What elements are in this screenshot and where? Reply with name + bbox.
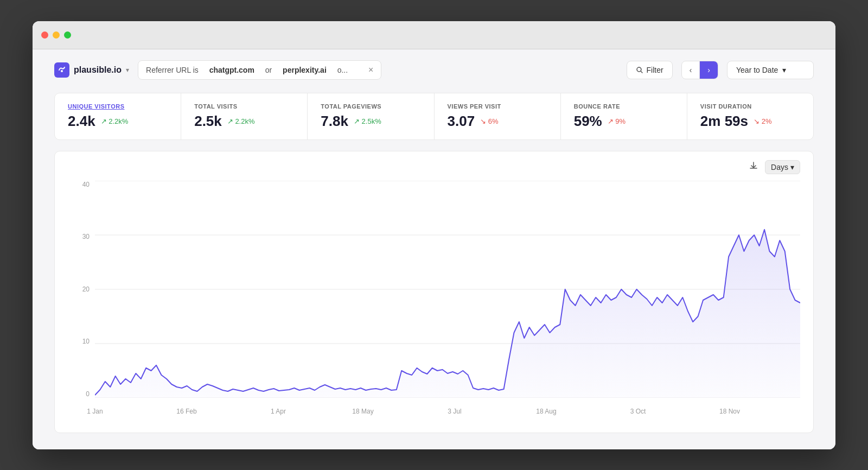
stat-value-total-visits: 2.5k bbox=[194, 113, 222, 130]
stat-unique-visitors[interactable]: UNIQUE VISITORS 2.4k ↗ 2.2k% bbox=[55, 93, 181, 139]
filter-prefix: Referrer URL is bbox=[146, 66, 199, 74]
chart-wrapper: 40 30 20 10 0 bbox=[68, 181, 800, 420]
svg-point-0 bbox=[61, 70, 63, 72]
download-icon bbox=[749, 161, 758, 170]
stat-views-per-visit[interactable]: VIEWS PER VISIT 3.07 ↘ 6% bbox=[435, 93, 561, 139]
stat-label-total-pageviews: TOTAL PAGEVIEWS bbox=[321, 103, 420, 110]
x-label-jul: 3 Jul bbox=[448, 408, 461, 415]
stat-visit-duration[interactable]: VISIT DURATION 2m 59s ↘ 2% bbox=[687, 93, 813, 139]
filter-suffix: o... bbox=[337, 66, 348, 74]
date-range-selector[interactable]: Year to Date ▾ bbox=[727, 61, 814, 79]
x-label-aug: 18 Aug bbox=[536, 408, 556, 415]
logo-area[interactable]: plausible.io ▾ bbox=[54, 62, 129, 78]
stat-label-visit-duration: VISIT DURATION bbox=[700, 103, 800, 110]
stat-change-visit-duration: ↘ 2% bbox=[754, 117, 771, 125]
y-label-30: 30 bbox=[68, 233, 90, 240]
topbar: plausible.io ▾ Referrer URL is chatgpt.c… bbox=[54, 60, 814, 80]
y-label-10: 10 bbox=[68, 338, 90, 345]
stat-label-views-per-visit: VIEWS PER VISIT bbox=[448, 103, 547, 110]
stat-value-row-bounce-rate: 59% ↗ 9% bbox=[574, 113, 674, 130]
logo-icon bbox=[54, 62, 69, 78]
main-window: plausible.io ▾ Referrer URL is chatgpt.c… bbox=[33, 21, 835, 449]
download-button[interactable] bbox=[749, 161, 758, 173]
titlebar bbox=[33, 21, 835, 49]
nav-prev-button[interactable]: ‹ bbox=[682, 61, 700, 79]
stat-label-bounce-rate: BOUNCE RATE bbox=[574, 103, 674, 110]
days-selector[interactable]: Days ▾ bbox=[765, 160, 800, 174]
chart-controls: Days ▾ bbox=[68, 160, 800, 174]
stat-value-row-visit-duration: 2m 59s ↘ 2% bbox=[700, 113, 800, 130]
x-label-apr: 1 Apr bbox=[271, 408, 286, 415]
stat-label-total-visits: TOTAL VISITS bbox=[194, 103, 294, 110]
x-axis: 1 Jan 16 Feb 1 Apr 18 May 3 Jul 18 Aug 3… bbox=[95, 403, 800, 420]
close-traffic-light[interactable] bbox=[41, 31, 48, 39]
chart-svg-container bbox=[95, 181, 800, 398]
svg-point-1 bbox=[637, 67, 641, 72]
stat-change-total-visits: ↗ 2.2k% bbox=[227, 117, 255, 125]
stat-change-total-pageviews: ↗ 2.5k% bbox=[354, 117, 381, 125]
filter-button-label: Filter bbox=[647, 66, 663, 74]
stat-change-unique-visitors: ↗ 2.2k% bbox=[101, 117, 129, 125]
page-content: plausible.io ▾ Referrer URL is chatgpt.c… bbox=[33, 49, 835, 449]
x-label-may: 18 May bbox=[352, 408, 373, 415]
stat-value-row-total-pageviews: 7.8k ↗ 2.5k% bbox=[321, 113, 420, 130]
stat-value-views-per-visit: 3.07 bbox=[448, 113, 475, 130]
stat-value-unique-visitors: 2.4k bbox=[68, 113, 95, 130]
stats-row: UNIQUE VISITORS 2.4k ↗ 2.2k% TOTAL VISIT… bbox=[54, 93, 814, 140]
stat-label-unique-visitors: UNIQUE VISITORS bbox=[68, 103, 168, 110]
filter-pill: Referrer URL is chatgpt.com or perplexit… bbox=[138, 60, 381, 80]
stat-total-visits[interactable]: TOTAL VISITS 2.5k ↗ 2.2k% bbox=[181, 93, 308, 139]
logo-text: plausible.io bbox=[74, 65, 122, 75]
filter-value1: chatgpt.com bbox=[209, 66, 254, 74]
chart-area: Days ▾ 40 30 20 10 0 bbox=[54, 151, 814, 433]
stat-value-total-pageviews: 7.8k bbox=[321, 113, 348, 130]
line-chart-svg bbox=[95, 181, 800, 398]
maximize-traffic-light[interactable] bbox=[64, 31, 71, 39]
stat-bounce-rate[interactable]: BOUNCE RATE 59% ↗ 9% bbox=[561, 93, 687, 139]
days-chevron-icon: ▾ bbox=[790, 163, 794, 172]
nav-next-button[interactable]: › bbox=[700, 61, 718, 79]
x-label-oct: 3 Oct bbox=[630, 408, 646, 415]
stat-change-views-per-visit: ↘ 6% bbox=[480, 117, 498, 125]
stat-value-row-unique-visitors: 2.4k ↗ 2.2k% bbox=[68, 113, 168, 130]
filter-connector: or bbox=[265, 66, 272, 74]
days-label: Days bbox=[771, 163, 788, 172]
stat-change-bounce-rate: ↗ 9% bbox=[608, 117, 626, 125]
stat-value-bounce-rate: 59% bbox=[574, 113, 602, 130]
nav-buttons: ‹ › bbox=[681, 61, 718, 79]
search-icon bbox=[636, 66, 643, 74]
y-label-0: 0 bbox=[68, 390, 90, 398]
y-axis: 40 30 20 10 0 bbox=[68, 181, 90, 398]
filter-close-button[interactable]: × bbox=[368, 65, 373, 75]
stat-value-row-views-per-visit: 3.07 ↘ 6% bbox=[448, 113, 547, 130]
x-label-jan: 1 Jan bbox=[87, 408, 103, 415]
stat-total-pageviews[interactable]: TOTAL PAGEVIEWS 7.8k ↗ 2.5k% bbox=[308, 93, 434, 139]
y-label-40: 40 bbox=[68, 181, 90, 188]
stat-value-row-total-visits: 2.5k ↗ 2.2k% bbox=[194, 113, 294, 130]
date-range-chevron-icon: ▾ bbox=[782, 66, 786, 74]
filter-value2: perplexity.ai bbox=[283, 66, 327, 74]
filter-button[interactable]: Filter bbox=[627, 61, 673, 79]
date-range-label: Year to Date bbox=[736, 66, 778, 74]
x-label-feb: 16 Feb bbox=[176, 408, 196, 415]
logo-chevron-icon: ▾ bbox=[126, 66, 129, 74]
x-label-nov: 18 Nov bbox=[719, 408, 740, 415]
minimize-traffic-light[interactable] bbox=[53, 31, 60, 39]
stat-value-visit-duration: 2m 59s bbox=[700, 113, 748, 130]
y-label-20: 20 bbox=[68, 285, 90, 293]
